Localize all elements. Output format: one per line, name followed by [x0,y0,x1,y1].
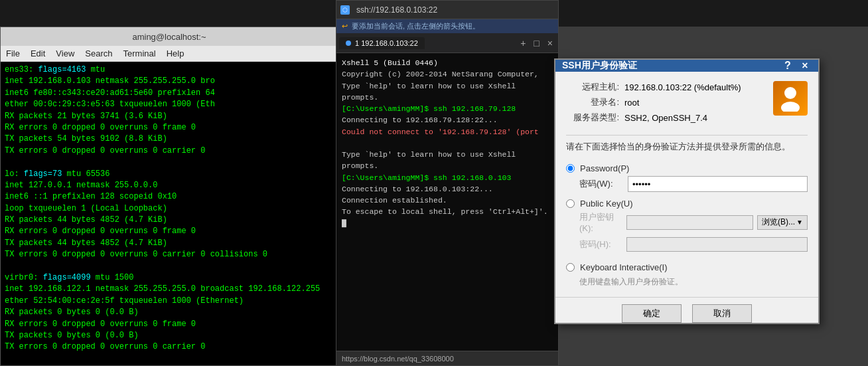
ssh-password-section: Password(P) 密码(W): [566,163,808,192]
ssh-pubkey-fields: 用户密钥(K): 浏览(B)... ▼ 密码(H): [579,211,808,252]
menu-search[interactable]: Search [85,48,112,58]
ssh-browse-label: 浏览(B)... [762,217,795,228]
svg-point-7 [781,102,800,112]
tab-add-btn[interactable]: + [518,38,528,48]
xshell-tab-active[interactable]: 1 192.168.0.103:22 [339,37,425,49]
menu-terminal[interactable]: Terminal [123,48,156,58]
ssh-service-type-row: 服务器类型: SSH2, OpenSSH_7.4 [566,112,768,124]
ssh-dialog-question-btn[interactable]: ? [781,60,794,72]
xshell-status-text: https://blog.csdn.net/qq_33608000 [342,355,454,363]
ssh-radio-pubkey[interactable] [566,199,575,208]
svg-point-6 [784,87,796,99]
xshell-hint-text: 要添加当前会话, 点击左侧的箭头按钮。 [352,21,480,31]
ssh-service-type-label: 服务器类型: [566,112,619,124]
menu-file[interactable]: File [6,48,20,58]
ssh-browse-dropdown-icon[interactable]: ▼ [796,219,803,226]
ssh-service-type-value: SSH2, OpenSSH_7.4 [624,113,707,123]
xshell-hint-bar: ↩ 要添加当前会话, 点击左侧的箭头按钮。 [336,19,558,33]
ssh-pubkey-section-wrapper: Public Key(U) 用户密钥(K): 浏览(B)... ▼ [566,199,808,256]
ssh-login-name-value: root [624,98,639,108]
desktop: 要添加当前会话, 点击左侧的箭头按钮。 Trash aming@localhos… [0,0,868,366]
ssh-radio-password-label: Password(P) [580,163,629,173]
tab-dot-icon [346,41,351,46]
ssh-dialog-title-buttons: ? × [781,60,812,72]
terminal-window: aming@localhost:~ File Edit View Search … [0,27,338,366]
terminal-content[interactable]: ens33: flags=4163 mtu inet 192.168.0.103… [1,62,338,365]
ssh-cancel-button[interactable]: 取消 [692,304,752,323]
ssh-dialog-body: 远程主机: 192.168.0.103:22 (%default%) 登录名: … [555,72,818,297]
ssh-userkey-label: 用户密钥(K): [579,211,622,233]
tab-close-btn[interactable]: × [545,38,555,48]
ssh-remote-host-label: 远程主机: [566,81,619,93]
ssh-userkey-input[interactable] [626,215,753,230]
ssh-radio-keyboard-row: Keyboard Interactive(I) [566,262,808,272]
ssh-key-password-label: 密码(H): [579,238,622,250]
ssh-ok-button[interactable]: 确定 [622,304,682,323]
ssh-dialog-title: SSH用户身份验证 [562,60,781,72]
ssh-info-row: 远程主机: 192.168.0.103:22 (%default%) 登录名: … [566,81,808,127]
menu-edit[interactable]: Edit [31,48,45,58]
ssh-radio-pubkey-row: Public Key(U) [566,199,808,209]
ssh-key-password-row: 密码(H): [579,237,808,252]
ssh-keyboard-description: 使用键盘输入用户身份验证。 [579,275,808,288]
ssh-avatar-icon [773,81,808,116]
ssh-keyboard-section-wrapper: Keyboard Interactive(I) 使用键盘输入用户身份验证。 [566,262,808,288]
xshell-tab-controls: + □ × [518,38,555,48]
tab-restore-btn[interactable]: □ [531,38,542,48]
ssh-remote-host-value: 192.168.0.103:22 (%default%) [624,82,741,92]
ssh-remote-host-row: 远程主机: 192.168.0.103:22 (%default%) [566,81,768,93]
ssh-password-field[interactable] [628,176,808,192]
xshell-topbar: ⬡ ssh://192.168.0.103:22 [336,1,558,19]
hint-arrow-icon: ↩ [342,22,348,31]
ssh-dialog-titlebar: SSH用户身份验证 ? × [555,60,818,72]
terminal-menu: File Edit View Search Terminal Help [1,46,338,62]
ssh-password-input-row: 密码(W): [579,176,808,192]
terminal-titlebar: aming@localhost:~ [1,27,338,46]
xshell-content[interactable]: Xshell 5 (Build 0446) Copyright (c) 2002… [336,53,558,351]
ssh-password-field-label: 密码(W): [579,178,622,190]
ssh-login-name-row: 登录名: root [566,96,768,108]
ssh-login-name-label: 登录名: [566,96,619,108]
xshell-address: ssh://192.168.0.103:22 [356,5,437,15]
ssh-radio-password-row: Password(P) [566,163,808,173]
ssh-description: 请在下面选择恰当的身份验证方法并提供登录所需的信息。 [566,135,808,153]
ssh-info-fields: 远程主机: 192.168.0.103:22 (%default%) 登录名: … [566,81,768,127]
xshell-favicon-icon: ⬡ [340,5,350,15]
xshell-tab-label: 1 192.168.0.103:22 [355,39,418,47]
ssh-auth-dialog: SSH用户身份验证 ? × 远程主机: 192.168.0.103:22 (%d… [554,58,820,324]
xshell-status-bar: https://blog.csdn.net/qq_33608000 [336,351,558,365]
menu-help[interactable]: Help [167,48,184,58]
ssh-dialog-close-btn[interactable]: × [798,60,812,72]
xshell-window: ⬡ ssh://192.168.0.103:22 ↩ 要添加当前会话, 点击左侧… [336,0,559,366]
ssh-browse-button[interactable]: 浏览(B)... ▼ [757,215,808,230]
ssh-radio-keyboard-label: Keyboard Interactive(I) [580,262,668,272]
menu-view[interactable]: View [56,48,74,58]
terminal-title: aming@localhost:~ [132,32,206,42]
ssh-radio-section: Password(P) 密码(W): Public Key(U) [566,163,808,288]
ssh-keyboard-desc-text: 使用键盘输入用户身份验证。 [579,277,683,286]
ssh-radio-keyboard[interactable] [566,263,575,272]
ssh-radio-pubkey-label: Public Key(U) [580,199,632,209]
ssh-userkey-row: 用户密钥(K): 浏览(B)... ▼ [579,211,808,233]
ssh-dialog-footer: 确定 取消 [555,297,818,332]
xshell-tab-bar: 1 192.168.0.103:22 + □ × [336,33,558,53]
ssh-radio-password[interactable] [566,164,575,173]
ssh-key-password-input[interactable] [626,237,808,252]
